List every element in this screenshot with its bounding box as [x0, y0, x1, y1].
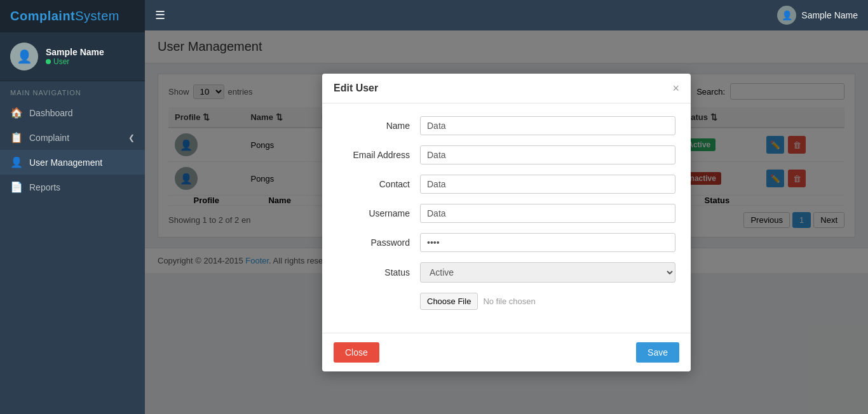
- sidebar-item-label: User Management: [29, 157, 102, 168]
- modal-header: Edit User ×: [322, 74, 691, 104]
- contact-field[interactable]: [420, 175, 675, 194]
- topbar-avatar: 👤: [777, 6, 796, 25]
- email-field[interactable]: [420, 145, 675, 164]
- sidebar-item-user-management[interactable]: 👤 User Management: [0, 150, 145, 175]
- nav-label: MAIN NAVIGATION: [0, 81, 145, 100]
- sidebar-item-dashboard[interactable]: 🏠 Dashboard: [0, 100, 145, 125]
- sidebar: ComplaintSystem 👤 Sample Name User MAIN …: [0, 0, 145, 414]
- username-label: Username: [337, 208, 420, 218]
- main-content: ☰ 👤 Sample Name User Management Show 10 …: [145, 0, 868, 414]
- form-group-username: Username: [337, 204, 675, 223]
- form-group-contact: Contact: [337, 175, 675, 194]
- no-file-label: No file chosen: [483, 297, 535, 306]
- user-name: Sample Name: [46, 47, 104, 57]
- form-group-file: Choose File No file chosen: [337, 293, 675, 310]
- status-dot: [46, 59, 51, 64]
- topbar-right: 👤 Sample Name: [777, 6, 858, 25]
- form-group-status: Status Active Inactive: [337, 262, 675, 283]
- modal-overlay: Edit User × Name Email Address Contact: [145, 30, 868, 414]
- name-field[interactable]: [420, 116, 675, 135]
- modal-title: Edit User: [334, 83, 378, 94]
- sidebar-user-section: 👤 Sample Name User: [0, 32, 145, 81]
- form-group-name: Name: [337, 116, 675, 135]
- file-input-group: Choose File No file chosen: [420, 293, 675, 310]
- app-name-bold: System: [75, 9, 119, 23]
- user-role: User: [46, 57, 104, 66]
- avatar-circle: 👤: [10, 43, 38, 70]
- sidebar-item-label: Reports: [29, 182, 60, 192]
- app-name-plain: Complaint: [10, 9, 75, 23]
- topbar-left: ☰: [155, 8, 165, 22]
- sidebar-item-reports[interactable]: 📄 Reports: [0, 175, 145, 199]
- modal-body: Name Email Address Contact Username: [322, 104, 691, 333]
- name-label: Name: [337, 121, 420, 131]
- choose-file-button[interactable]: Choose File: [420, 293, 478, 310]
- dashboard-icon: 🏠: [10, 107, 23, 119]
- complaint-icon: 📋: [10, 131, 23, 144]
- sidebar-item-label: Complaint: [29, 133, 69, 143]
- sidebar-item-complaint[interactable]: 📋 Complaint ❮: [0, 125, 145, 150]
- modal-footer: Close Save: [322, 333, 691, 371]
- content-area: User Management Show 10 25 50 entries: [145, 30, 868, 414]
- avatar: 👤: [10, 43, 38, 70]
- modal-close-button[interactable]: ×: [672, 83, 679, 94]
- user-management-icon: 👤: [10, 156, 23, 168]
- save-button[interactable]: Save: [636, 342, 679, 363]
- form-group-password: Password: [337, 233, 675, 252]
- status-label: Status: [337, 267, 420, 277]
- edit-user-modal: Edit User × Name Email Address Contact: [322, 74, 691, 371]
- hamburger-menu[interactable]: ☰: [155, 8, 165, 22]
- close-modal-button[interactable]: Close: [334, 342, 379, 363]
- topbar: ☰ 👤 Sample Name: [145, 0, 868, 30]
- email-label: Email Address: [337, 150, 420, 160]
- password-field[interactable]: [420, 233, 675, 252]
- status-select[interactable]: Active Inactive: [420, 262, 675, 283]
- sidebar-item-label: Dashboard: [29, 108, 73, 118]
- topbar-username: Sample Name: [801, 10, 858, 20]
- form-group-email: Email Address: [337, 145, 675, 164]
- topbar-user: 👤 Sample Name: [777, 6, 858, 25]
- password-label: Password: [337, 237, 420, 248]
- user-info: Sample Name User: [46, 47, 104, 66]
- chevron-right-icon: ❮: [128, 133, 135, 142]
- contact-label: Contact: [337, 179, 420, 189]
- reports-icon: 📄: [10, 181, 23, 193]
- app-logo: ComplaintSystem: [0, 0, 145, 32]
- username-field[interactable]: [420, 204, 675, 223]
